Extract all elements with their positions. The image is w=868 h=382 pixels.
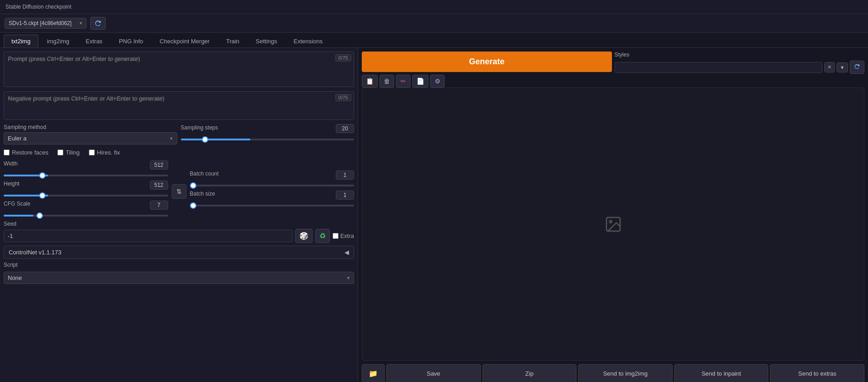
- height-slider[interactable]: [4, 195, 168, 196]
- right-panel: Generate 📋 🗑 ✏ 📄 ⚙ Styles ✕ ▼: [358, 48, 868, 382]
- controlnet-title: ControlNet v1.1.173: [9, 249, 62, 256]
- styles-area: Styles ✕ ▼: [615, 52, 865, 88]
- styles-input-row: ✕ ▼: [615, 61, 865, 74]
- app-title: Stable Diffusion checkpoint: [5, 4, 72, 10]
- cfg-slider[interactable]: [4, 215, 168, 217]
- checkpoint-select[interactable]: SDv1-5.ckpt [4c86efd062]: [5, 18, 87, 29]
- sampling-steps-label: Sampling steps: [181, 124, 218, 131]
- batch-size-slider[interactable]: [190, 205, 354, 206]
- image-preview: [362, 88, 864, 361]
- seed-label: Seed: [4, 221, 354, 227]
- styles-label: Styles: [615, 52, 865, 58]
- style-btn[interactable]: ✏: [396, 75, 411, 88]
- restore-faces-checkbox[interactable]: Restore faces: [4, 149, 48, 156]
- batch-count-group: Batch count 1: [190, 170, 354, 188]
- sampling-method-wrapper: Euler a: [4, 132, 177, 145]
- positive-prompt-input[interactable]: [4, 52, 354, 87]
- hires-fix-checkbox[interactable]: Hires. fix: [89, 149, 120, 156]
- sampling-method-select[interactable]: Euler a: [4, 132, 177, 145]
- paste-btn[interactable]: 📋: [362, 75, 378, 88]
- sampling-method-group: Sampling method Euler a: [4, 124, 177, 145]
- width-label: Width: [4, 160, 18, 168]
- styles-dropdown-btn[interactable]: ▼: [837, 62, 848, 72]
- tab-settings[interactable]: Settings: [248, 35, 285, 47]
- batch-size-value: 1: [336, 191, 354, 200]
- batch-count-value: 1: [336, 170, 354, 180]
- tab-checkpoint-merger[interactable]: Checkpoint Merger: [152, 35, 217, 47]
- dims-right: Batch count 1 Batch size 1: [190, 170, 354, 208]
- folder-btn[interactable]: 📁: [362, 364, 385, 382]
- send-to-img2img-btn[interactable]: Send to img2img: [578, 364, 673, 382]
- seed-random-btn[interactable]: 🎲: [295, 229, 313, 243]
- action-icons-row: 📋 🗑 ✏ 📄 ⚙: [362, 75, 612, 88]
- batch-size-label: Batch size: [190, 191, 215, 198]
- zip-btn[interactable]: Zip: [483, 364, 577, 382]
- send-to-inpaint-btn[interactable]: Send to inpaint: [674, 364, 769, 382]
- sampling-steps-group: Sampling steps 20: [181, 124, 354, 142]
- script-select[interactable]: None: [4, 272, 354, 284]
- styles-clear-btn[interactable]: ✕: [824, 62, 835, 72]
- seed-input[interactable]: [4, 230, 293, 242]
- swap-dimensions-btn[interactable]: ⇅: [172, 184, 186, 199]
- svg-point-1: [609, 220, 611, 222]
- left-panel: 0/75 Prompt (press Ctrl+Enter or Alt+Ent…: [0, 48, 358, 382]
- right-top: Generate 📋 🗑 ✏ 📄 ⚙ Styles ✕ ▼: [358, 48, 868, 88]
- negative-prompt-input[interactable]: [4, 91, 354, 120]
- positive-prompt-container: 0/75 Prompt (press Ctrl+Enter or Alt+Ent…: [4, 52, 354, 88]
- send-to-extras-btn[interactable]: Send to extras: [770, 364, 864, 382]
- extra-checkbox-label[interactable]: Extra: [333, 232, 354, 239]
- dims-left: Width 512 Height 512 CFG Scale: [4, 160, 168, 218]
- script-section: Script None: [4, 262, 354, 284]
- positive-prompt-counter: 0/75: [335, 54, 351, 62]
- settings-btn[interactable]: ⚙: [430, 75, 445, 88]
- seed-recycle-btn[interactable]: ♻: [315, 229, 330, 243]
- height-group: Height 512: [4, 181, 168, 198]
- width-slider[interactable]: [4, 175, 168, 176]
- negative-prompt-counter: 0/75: [335, 94, 351, 101]
- width-value: 512: [150, 160, 168, 170]
- checkpoint-wrapper: SDv1-5.ckpt [4c86efd062]: [5, 18, 87, 29]
- tiling-checkbox[interactable]: Tiling: [57, 149, 80, 156]
- generate-area: Generate 📋 🗑 ✏ 📄 ⚙: [362, 52, 612, 88]
- trash-btn[interactable]: 🗑: [380, 75, 394, 88]
- save-btn[interactable]: Save: [386, 364, 481, 382]
- extra-checkbox[interactable]: [333, 233, 339, 239]
- checkboxes-row: Restore faces Tiling Hires. fix: [4, 149, 354, 156]
- copy-btn[interactable]: 📄: [412, 75, 428, 88]
- batch-size-group: Batch size 1: [190, 191, 354, 208]
- width-group: Width 512: [4, 160, 168, 178]
- tab-extras[interactable]: Extras: [78, 35, 110, 47]
- tab-train[interactable]: Train: [218, 35, 247, 47]
- seed-section: Seed 🎲 ♻ Extra: [4, 221, 354, 243]
- sampling-method-label: Sampling method: [4, 124, 177, 130]
- checkpoint-reload-btn[interactable]: [90, 17, 106, 30]
- sampling-steps-value: 20: [336, 124, 354, 133]
- script-label: Script: [4, 262, 354, 268]
- height-value: 512: [150, 181, 168, 190]
- batch-count-slider[interactable]: [190, 185, 354, 186]
- styles-reload-btn[interactable]: [850, 61, 864, 74]
- tab-img2img[interactable]: img2img: [39, 35, 77, 47]
- batch-count-label: Batch count: [190, 170, 219, 178]
- cfg-label: CFG Scale: [4, 201, 31, 208]
- controlnet-collapse-icon[interactable]: ◀: [344, 249, 349, 256]
- controlnet-section[interactable]: ControlNet v1.1.173 ◀: [4, 246, 354, 259]
- nav-tabs: txt2img img2img Extras PNG Info Checkpoi…: [0, 33, 868, 48]
- cfg-group: CFG Scale 7: [4, 201, 168, 218]
- cfg-value: 7: [150, 201, 168, 210]
- negative-prompt-container: 0/75 Negative prompt (press Ctrl+Enter o…: [4, 91, 354, 121]
- sampling-steps-slider[interactable]: [181, 139, 354, 140]
- tab-extensions[interactable]: Extensions: [286, 35, 330, 47]
- dimensions-section: Width 512 Height 512 CFG Scale: [4, 160, 354, 218]
- tab-png-info[interactable]: PNG Info: [111, 35, 151, 47]
- sampling-section: Sampling method Euler a Sampling steps 2…: [4, 124, 354, 145]
- seed-row: 🎲 ♻ Extra: [4, 229, 354, 243]
- styles-input[interactable]: [615, 62, 823, 73]
- script-wrapper: None: [4, 272, 354, 284]
- generate-btn[interactable]: Generate: [362, 52, 612, 72]
- bottom-buttons: 📁 Save Zip Send to img2img Send to inpai…: [358, 361, 868, 382]
- height-label: Height: [4, 181, 20, 188]
- tab-txt2img[interactable]: txt2img: [4, 35, 38, 47]
- top-bar: Stable Diffusion checkpoint: [0, 0, 868, 14]
